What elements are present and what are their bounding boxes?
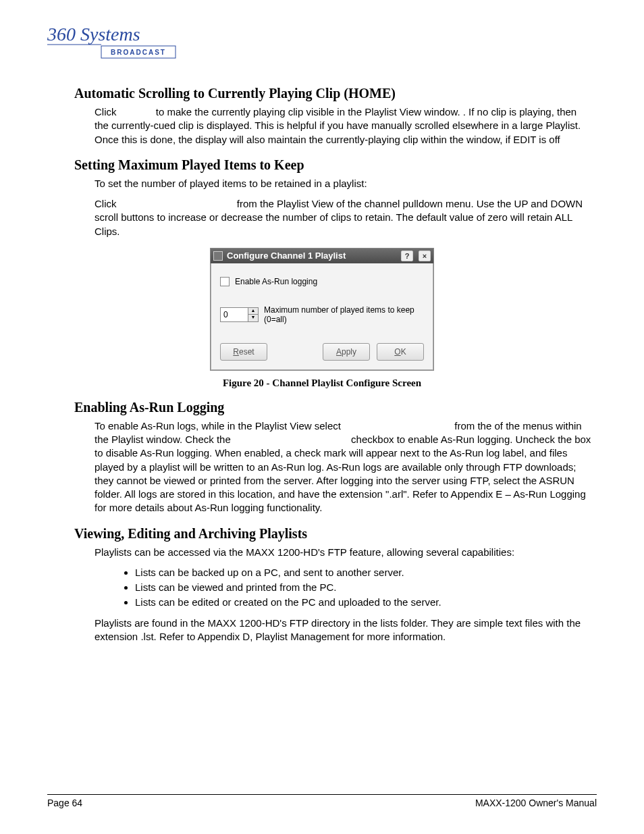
heading-asrun: Enabling As-Run Logging — [74, 400, 597, 415]
close-button[interactable]: × — [419, 251, 431, 261]
max-items-label: Maximum number of played items to keep (… — [264, 305, 424, 324]
max-items-row: ▲ ▼ Maximum number of played items to ke… — [220, 305, 424, 324]
ok-button[interactable]: OK — [377, 343, 424, 361]
heading-max-items: Setting Maximum Played Items to Keep — [74, 157, 597, 173]
heading-auto-scroll: Automatic Scrolling to Currently Playing… — [74, 86, 597, 101]
text: Click — [95, 198, 119, 209]
manual-title: MAXX-1200 Owner's Manual — [475, 798, 597, 808]
list-item: Lists can be edited or created on the PC… — [135, 596, 591, 609]
apply-button[interactable]: Apply — [323, 343, 370, 361]
page-number: Page 64 — [47, 798, 82, 808]
page-footer: Page 64 MAXX-1200 Owner's Manual — [47, 794, 597, 808]
bullet-list: Lists can be backed up on a PC, and sent… — [120, 566, 591, 610]
list-item: Lists can be viewed and printed from the… — [135, 581, 591, 594]
paragraph: To enable As-Run logs, while in the Play… — [95, 419, 591, 515]
max-items-input[interactable] — [220, 307, 248, 322]
asrun-checkbox-label: Enable As-Run logging — [235, 277, 317, 286]
max-items-spinner[interactable]: ▲ ▼ — [220, 307, 259, 322]
configure-dialog: Configure Channel 1 Playlist ? × Enable … — [210, 248, 434, 371]
paragraph: To set the number of played items to be … — [95, 177, 591, 190]
svg-text:360 Systems: 360 Systems — [47, 24, 140, 45]
figure-dialog: Configure Channel 1 Playlist ? × Enable … — [210, 248, 434, 371]
figure-caption: Figure 20 - Channel Playlist Configure S… — [47, 377, 597, 389]
paragraph: Click to make the currently playing clip… — [95, 105, 591, 147]
spinner-down-icon[interactable]: ▼ — [248, 315, 258, 321]
text: checkbox to enable As-Run logging. Unche… — [95, 434, 591, 513]
help-button[interactable]: ? — [401, 251, 413, 261]
reset-button[interactable]: Reset — [220, 343, 267, 361]
list-item: Lists can be backed up on a PC, and sent… — [135, 566, 591, 579]
brand-logo: 360 Systems BROADCAST — [47, 20, 597, 62]
dialog-titlebar: Configure Channel 1 Playlist ? × — [211, 249, 433, 263]
asrun-checkbox[interactable] — [220, 277, 230, 286]
paragraph: Playlists are found in the MAXX 1200-HD'… — [95, 617, 591, 644]
spinner-up-icon[interactable]: ▲ — [248, 308, 258, 315]
paragraph: Playlists can be accessed via the MAXX 1… — [95, 546, 591, 559]
text: Click — [95, 106, 119, 118]
text: To enable As-Run logs, while in the Play… — [95, 420, 344, 432]
text: to make the currently playing clip visib… — [95, 106, 581, 145]
heading-viewing: Viewing, Editing and Archiving Playlists — [74, 526, 597, 542]
paragraph: Click from the Playlist View of the chan… — [95, 197, 591, 238]
asrun-checkbox-row: Enable As-Run logging — [220, 277, 424, 286]
dialog-title: Configure Channel 1 Playlist — [227, 251, 396, 261]
text: from the Playlist View of the channel pu… — [95, 198, 583, 237]
svg-text:BROADCAST: BROADCAST — [111, 49, 166, 56]
window-icon — [213, 251, 223, 261]
